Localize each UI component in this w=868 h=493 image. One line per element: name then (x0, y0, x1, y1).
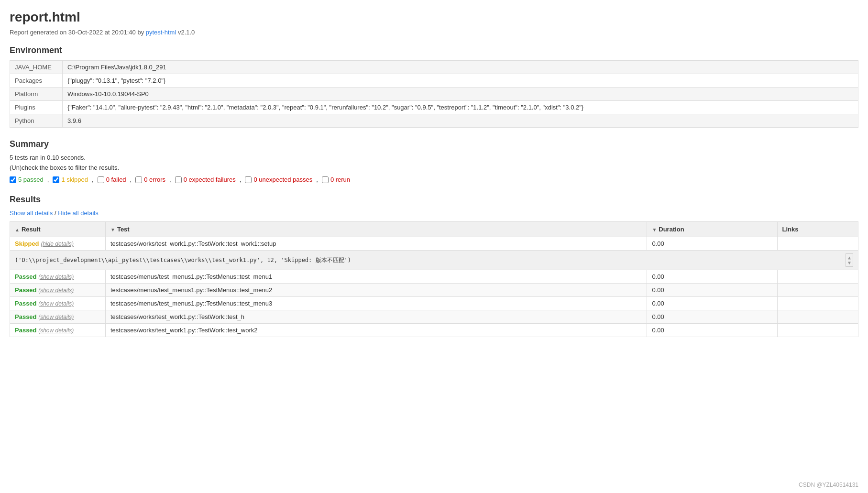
env-value: {"Faker": "14.1.0", "allure-pytest": "2.… (63, 101, 858, 114)
col-header-duration[interactable]: ▼Duration (647, 222, 777, 237)
result-status: Passed (show details) (10, 324, 106, 337)
results-heading: Results (10, 195, 858, 205)
env-row: Packages{"pluggy": "0.13.1", "pytest": "… (10, 74, 858, 88)
col-header-links[interactable]: Links (777, 222, 858, 237)
meta-version: v2.1.0 (176, 29, 195, 36)
filter-label-rerun: 0 rerun (330, 176, 350, 183)
result-status: Passed (show details) (10, 270, 106, 284)
filter-item-xfail: 0 expected failures (175, 176, 236, 183)
sort-desc-icon: ▼ (110, 227, 115, 232)
filter-label-failed: 0 failed (106, 176, 126, 183)
env-key: Plugins (10, 101, 63, 114)
env-key: Packages (10, 74, 63, 88)
filter-label-xpass: 0 unexpected passes (253, 176, 312, 183)
env-key: Python (10, 114, 63, 128)
filter-label-passed: 5 passed (18, 176, 44, 183)
pytest-html-link[interactable]: pytest-html (146, 29, 176, 36)
filter-checkbox-skipped[interactable] (53, 176, 59, 183)
filter-checkbox-xfail[interactable] (175, 176, 182, 183)
env-value: 3.9.6 (63, 114, 858, 128)
environment-table: JAVA_HOMEC:\Program Files\Java\jdk1.8.0_… (10, 60, 858, 128)
filter-checkbox-passed[interactable] (10, 176, 16, 183)
filter-row: 5 passed,1 skipped,0 failed,0 errors,0 e… (10, 176, 858, 183)
test-duration: 0.00 (647, 297, 777, 310)
test-name: testcases/menus/test_menus1.py::TestMenu… (106, 270, 647, 284)
col-header-result[interactable]: ▲Result (10, 222, 106, 237)
env-value: {"pluggy": "0.13.1", "pytest": "7.2.0"} (63, 74, 858, 88)
status-label: Skipped (15, 240, 39, 247)
test-name: testcases/menus/test_menus1.py::TestMenu… (106, 284, 647, 297)
meta-text: Report generated on 30-Oct-2022 at 20:01… (10, 29, 146, 36)
filter-label-errors: 0 errors (144, 176, 165, 183)
table-row: Passed (show details)testcases/works/tes… (10, 310, 858, 324)
table-row: Passed (show details)testcases/menus/tes… (10, 270, 858, 284)
show-details-link[interactable]: (show details) (38, 300, 74, 307)
filter-item-passed: 5 passed (10, 176, 44, 183)
results-table: ▲Result▼Test▼DurationLinks Skipped (hide… (10, 221, 858, 337)
test-name: testcases/works/test_work1.py::TestWork:… (106, 237, 647, 251)
env-key: JAVA_HOME (10, 61, 63, 74)
test-duration: 0.00 (647, 324, 777, 337)
detail-row: ('D:\\project_development\\api_pytest\\t… (10, 251, 858, 270)
filter-checkbox-xpass[interactable] (245, 176, 252, 183)
show-details-link[interactable]: (show details) (38, 274, 74, 280)
sort-desc-icon: ▼ (652, 227, 657, 232)
test-name: testcases/menus/test_menus1.py::TestMenu… (106, 297, 647, 310)
table-row: Skipped (hide details)testcases/works/te… (10, 237, 858, 251)
test-links (777, 324, 858, 337)
show-all-details-link[interactable]: Show all details (10, 209, 53, 217)
hide-details-link[interactable]: (hide details) (41, 241, 74, 247)
env-row: Plugins{"Faker": "14.1.0", "allure-pytes… (10, 101, 858, 114)
show-details-link[interactable]: (show details) (38, 327, 74, 334)
scroll-arrows[interactable]: ▲▼ (846, 253, 853, 267)
col-header-test[interactable]: ▼Test (106, 222, 647, 237)
report-meta: Report generated on 30-Oct-2022 at 20:01… (10, 29, 858, 36)
filter-checkbox-rerun[interactable] (322, 176, 329, 183)
env-row: Python3.9.6 (10, 114, 858, 128)
filter-item-failed: 0 failed (98, 176, 126, 183)
test-name: testcases/works/test_work1.py::TestWork:… (106, 310, 647, 324)
table-row: Passed (show details)testcases/menus/tes… (10, 297, 858, 310)
status-label: Passed (15, 327, 37, 334)
show-details-link[interactable]: (show details) (38, 314, 74, 320)
detail-content: ('D:\\project_development\\api_pytest\\t… (10, 251, 858, 270)
filter-item-skipped: 1 skipped (53, 176, 88, 183)
results-links: Show all details / Hide all details (10, 209, 858, 217)
test-duration: 0.00 (647, 310, 777, 324)
status-label: Passed (15, 313, 37, 320)
status-label: Passed (15, 273, 37, 280)
filter-item-errors: 0 errors (135, 176, 165, 183)
result-status: Passed (show details) (10, 284, 106, 297)
environment-heading: Environment (10, 45, 858, 55)
filter-checkbox-errors[interactable] (135, 176, 142, 183)
results-section: Results Show all details / Hide all deta… (10, 195, 858, 337)
sort-asc-icon: ▲ (15, 227, 20, 232)
result-status: Passed (show details) (10, 310, 106, 324)
test-links (777, 310, 858, 324)
test-links (777, 284, 858, 297)
summary-heading: Summary (10, 139, 858, 149)
filter-label-xfail: 0 expected failures (184, 176, 236, 183)
filter-checkbox-failed[interactable] (98, 176, 104, 183)
environment-section: Environment JAVA_HOMEC:\Program Files\Ja… (10, 45, 858, 128)
env-value: Windows-10-10.0.19044-SP0 (63, 88, 858, 101)
test-name: testcases/works/test_work1.py::TestWork:… (106, 324, 647, 337)
table-row: Passed (show details)testcases/menus/tes… (10, 284, 858, 297)
test-duration: 0.00 (647, 284, 777, 297)
status-label: Passed (15, 286, 37, 294)
show-details-link[interactable]: (show details) (38, 287, 74, 294)
table-row: Passed (show details)testcases/works/tes… (10, 324, 858, 337)
result-status: Skipped (hide details) (10, 237, 106, 251)
status-label: Passed (15, 300, 37, 307)
test-count: 5 tests ran in 0.10 seconds. (10, 154, 858, 161)
filter-item-xpass: 0 unexpected passes (245, 176, 312, 183)
scroll-down-icon: ▼ (848, 260, 851, 265)
test-links (777, 270, 858, 284)
filter-hint: (Un)check the boxes to filter the result… (10, 164, 858, 171)
env-value: C:\Program Files\Java\jdk1.8.0_291 (63, 61, 858, 74)
test-duration: 0.00 (647, 237, 777, 251)
test-duration: 0.00 (647, 270, 777, 284)
env-row: PlatformWindows-10-10.0.19044-SP0 (10, 88, 858, 101)
results-header-row: ▲Result▼Test▼DurationLinks (10, 222, 858, 237)
hide-all-details-link[interactable]: Hide all details (58, 209, 99, 217)
